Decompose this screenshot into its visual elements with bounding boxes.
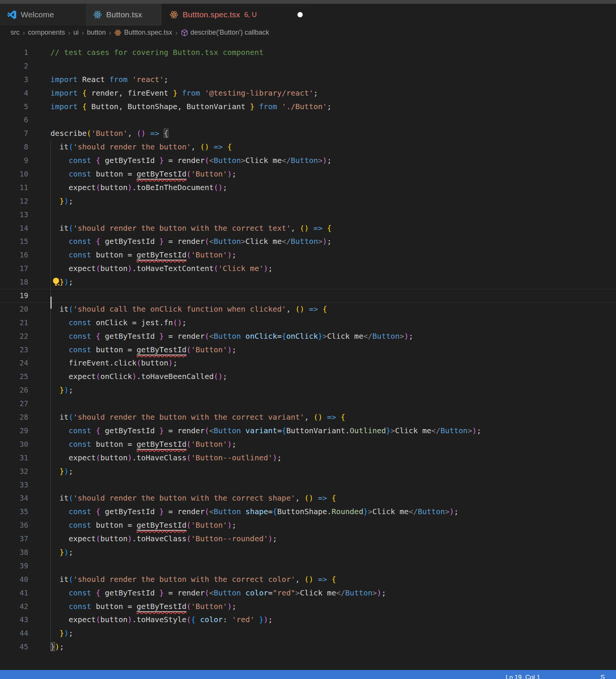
code-line-content[interactable]: import { Button, ButtonShape, ButtonVari… (28, 100, 616, 114)
line-number[interactable]: 20 (0, 303, 28, 316)
line-number[interactable]: 27 (0, 397, 28, 411)
breadcrumb-item-button[interactable]: button (87, 29, 106, 37)
code-line-14[interactable]: 14 it('should render the button with the… (0, 222, 616, 235)
code-line-content[interactable]: it('should render the button with the co… (28, 492, 616, 505)
line-number[interactable]: 18 (0, 276, 28, 289)
code-line-content[interactable]: it('should render the button with the co… (28, 573, 616, 586)
code-line-content[interactable]: import { render, fireEvent } from '@test… (28, 87, 616, 100)
code-line-36[interactable]: 36 const button = getByTestId('Button'); (0, 519, 616, 532)
code-line-39[interactable]: 39 (0, 559, 616, 573)
code-line-content[interactable]: const button = getByTestId('Button'); (28, 438, 616, 451)
breadcrumb-item-describe-button-callback[interactable]: describe('Button') callback (181, 29, 269, 37)
code-line-content[interactable]: describe('Button', () => { (28, 127, 616, 140)
line-number[interactable]: 3 (0, 73, 28, 87)
line-number[interactable]: 22 (0, 330, 28, 343)
code-line-20[interactable]: 20 it('should call the onClick function … (0, 303, 616, 316)
code-line-content[interactable]: const { getByTestId } = render(<Button>C… (28, 235, 616, 248)
code-line-40[interactable]: 40 it('should render the button with the… (0, 573, 616, 586)
line-number[interactable]: 4 (0, 87, 28, 100)
code-line-23[interactable]: 23 const button = getByTestId('Button'); (0, 343, 616, 357)
line-number[interactable]: 11 (0, 181, 28, 195)
breadcrumb-item-src[interactable]: src (11, 29, 20, 37)
line-number[interactable]: 5 (0, 100, 28, 114)
line-number[interactable]: 17 (0, 262, 28, 276)
line-number[interactable]: 15 (0, 235, 28, 248)
code-line-content[interactable]: }); (28, 384, 616, 397)
code-line-35[interactable]: 35 const { getByTestId } = render(<Butto… (0, 505, 616, 519)
lightbulb-sparkle-icon[interactable] (51, 277, 62, 288)
code-line-content[interactable]: const { getByTestId } = render(<Button c… (28, 586, 616, 600)
code-line-content[interactable]: const { getByTestId } = render(<Button>C… (28, 154, 616, 167)
code-line-33[interactable]: 33 (0, 478, 616, 492)
line-number[interactable]: 23 (0, 343, 28, 357)
code-line-content[interactable]: expect(onClick).toHaveBeenCalled(); (28, 370, 616, 384)
code-line-1[interactable]: 1// test cases for covering Button.tsx c… (0, 46, 616, 59)
cursor-position-status[interactable]: Ln 19, Col 1 (506, 674, 540, 679)
code-line-content[interactable]: }); (28, 640, 616, 654)
line-number[interactable]: 44 (0, 627, 28, 640)
code-line-content[interactable]: expect(button).toBeInTheDocument(); (28, 181, 616, 195)
code-line-content[interactable]: it('should call the onClick function whe… (28, 303, 616, 316)
breadcrumb-item-ui[interactable]: ui (73, 29, 79, 37)
line-number[interactable]: 45 (0, 640, 28, 654)
code-line-content[interactable]: expect(button).toHaveStyle({ color: 'red… (28, 613, 616, 627)
line-number[interactable]: 1 (0, 46, 28, 59)
line-number[interactable]: 12 (0, 195, 28, 208)
code-line-34[interactable]: 34 it('should render the button with the… (0, 492, 616, 505)
line-number[interactable]: 38 (0, 546, 28, 559)
line-number[interactable]: 28 (0, 411, 28, 424)
line-number[interactable]: 19 (0, 289, 28, 303)
line-number[interactable]: 7 (0, 127, 28, 140)
code-line-content[interactable]: it('should render the button with the co… (28, 222, 616, 235)
code-line-content[interactable]: const button = getByTestId('Button'); (28, 343, 616, 357)
code-line-11[interactable]: 11 expect(button).toBeInTheDocument(); (0, 181, 616, 195)
code-line-44[interactable]: 44 }); (0, 627, 616, 640)
breadcrumb-item-components[interactable]: components (28, 29, 65, 37)
code-line-content[interactable]: const button = getByTestId('Button'); (28, 600, 616, 614)
code-line-10[interactable]: 10 const button = getByTestId('Button'); (0, 167, 616, 181)
code-line-content[interactable]: expect(button).toHaveTextContent('Click … (28, 262, 616, 276)
line-number[interactable]: 35 (0, 505, 28, 519)
line-number[interactable]: 34 (0, 492, 28, 505)
code-line-31[interactable]: 31 expect(button).toHaveClass('Button--o… (0, 451, 616, 465)
code-line-41[interactable]: 41 const { getByTestId } = render(<Butto… (0, 586, 616, 600)
code-line-45[interactable]: 45}); (0, 640, 616, 654)
code-line-4[interactable]: 4import { render, fireEvent } from '@tes… (0, 87, 616, 100)
line-number[interactable]: 31 (0, 451, 28, 465)
code-line-30[interactable]: 30 const button = getByTestId('Button'); (0, 438, 616, 451)
unsaved-dot-icon[interactable] (297, 12, 303, 17)
line-number[interactable]: 25 (0, 370, 28, 384)
editor-tab-bar[interactable]: Welcome Button.tsx Buttton.spec.tsx6, U (0, 4, 616, 26)
line-number[interactable]: 26 (0, 384, 28, 397)
code-line-content[interactable]: const { getByTestId } = render(<Button o… (28, 330, 616, 343)
code-line-content[interactable]: // test cases for covering Button.tsx co… (28, 46, 616, 59)
code-line-content[interactable]: const { getByTestId } = render(<Button v… (28, 424, 616, 438)
line-number[interactable]: 29 (0, 424, 28, 438)
code-line-17[interactable]: 17 expect(button).toHaveTextContent('Cli… (0, 262, 616, 276)
line-number[interactable]: 37 (0, 532, 28, 546)
line-number[interactable]: 8 (0, 140, 28, 154)
code-line-25[interactable]: 25 expect(onClick).toHaveBeenCalled(); (0, 370, 616, 384)
indentation-status[interactable]: S (601, 674, 605, 679)
code-line-7[interactable]: 7describe('Button', () => { (0, 127, 616, 140)
code-line-26[interactable]: 26 }); (0, 384, 616, 397)
breadcrumb[interactable]: src›components›ui›button› Buttton.spec.t… (0, 26, 616, 40)
code-line-content[interactable]: const button = getByTestId('Button'); (28, 519, 616, 532)
breadcrumb-item-buttton-spec-tsx[interactable]: Buttton.spec.tsx (114, 29, 172, 37)
code-line-28[interactable]: 28 it('should render the button with the… (0, 411, 616, 424)
code-line-24[interactable]: 24 fireEvent.click(button); (0, 356, 616, 370)
line-number[interactable]: 2 (0, 59, 28, 73)
code-line-content[interactable]: const onClick = jest.fn(); (28, 316, 616, 330)
line-number[interactable]: 40 (0, 573, 28, 586)
code-line-content[interactable]: const button = getByTestId('Button'); (28, 167, 616, 181)
code-line-content[interactable]: }); (28, 465, 616, 478)
line-number[interactable]: 36 (0, 519, 28, 532)
line-number[interactable]: 32 (0, 465, 28, 478)
code-line-content[interactable]: fireEvent.click(button); (28, 356, 616, 370)
code-line-2[interactable]: 2 (0, 59, 616, 73)
tab-button-tsx[interactable]: Button.tsx (85, 4, 162, 26)
code-line-content[interactable]: const button = getByTestId('Button'); (28, 248, 616, 262)
code-line-42[interactable]: 42 const button = getByTestId('Button'); (0, 600, 616, 614)
code-line-content[interactable]: const { getByTestId } = render(<Button s… (28, 505, 616, 519)
code-line-13[interactable]: 13 (0, 208, 616, 222)
